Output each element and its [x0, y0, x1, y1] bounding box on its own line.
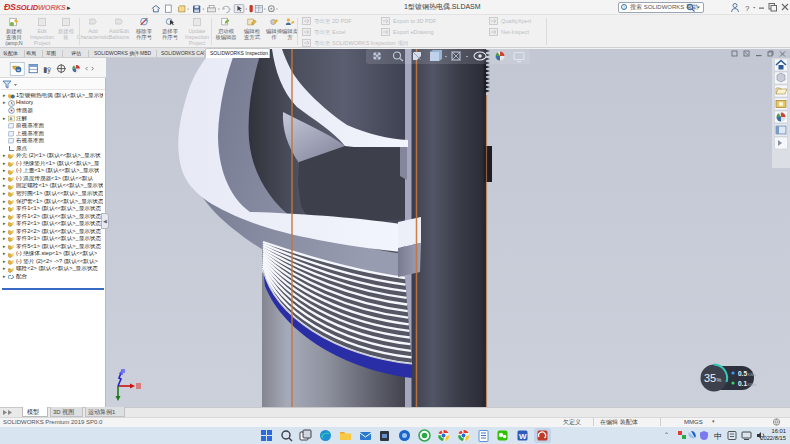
svg-text:W: W	[519, 432, 527, 441]
svg-text:A: A	[10, 116, 13, 121]
svg-text:%: %	[717, 377, 722, 383]
svg-text:中: 中	[714, 432, 722, 441]
svg-text:KB/s: KB/s	[748, 372, 756, 377]
svg-text:?: ?	[745, 4, 750, 13]
svg-text:0.5: 0.5	[738, 370, 747, 377]
svg-text:0.1: 0.1	[738, 380, 747, 387]
svg-text:KB/s: KB/s	[748, 382, 756, 387]
svg-text:▮ȳ: ▮ȳ	[43, 65, 51, 74]
svg-text:35: 35	[704, 372, 716, 384]
